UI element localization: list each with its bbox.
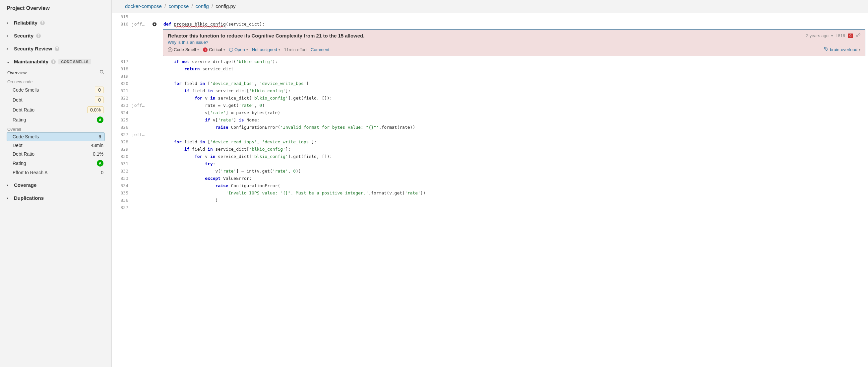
line-author[interactable] — [132, 109, 151, 116]
line-number[interactable]: 824 — [112, 109, 132, 116]
issue-assignee[interactable]: Not assigned ▾ — [252, 47, 280, 52]
metric-code-smells[interactable]: Code Smells6 — [7, 133, 105, 141]
line-author[interactable] — [132, 168, 151, 175]
code-content[interactable]: try: — [160, 160, 868, 168]
code-content[interactable]: except ValueError: — [160, 175, 868, 182]
line-number[interactable]: 828 — [112, 138, 132, 146]
line-author[interactable] — [132, 175, 151, 182]
sidebar-section-security[interactable]: ›Security? — [7, 31, 105, 40]
sidebar-section-reliability[interactable]: ›Reliability? — [7, 18, 105, 28]
line-author[interactable] — [132, 138, 151, 146]
code-content[interactable]: if field in service_dict['blkio_config']… — [160, 146, 868, 153]
line-number[interactable]: 821 — [112, 87, 132, 94]
code-content[interactable]: return service_dict — [160, 65, 868, 73]
line-author[interactable] — [132, 197, 151, 204]
line-author[interactable] — [132, 65, 151, 73]
line-author[interactable] — [132, 190, 151, 197]
overview-row[interactable]: Overview — [7, 68, 105, 77]
line-number[interactable]: 823 — [112, 102, 132, 109]
line-author[interactable] — [132, 73, 151, 80]
line-author[interactable] — [132, 87, 151, 94]
line-issue-icon[interactable] — [151, 21, 158, 28]
code-content[interactable]: for field in ['device_read_iops', 'devic… — [160, 138, 868, 146]
line-author[interactable]: joff… — [132, 21, 151, 28]
sidebar-section-maintainability[interactable]: ⌄Maintainability?CODE SMELLS — [7, 57, 105, 66]
help-icon[interactable]: ? — [55, 47, 59, 51]
code-content[interactable]: if v['rate'] is None: — [160, 116, 868, 124]
sidebar-section-coverage[interactable]: ›Coverage — [7, 180, 105, 190]
metric-debt[interactable]: Debt43min — [7, 141, 105, 150]
issue-status[interactable]: Open ▾ — [229, 47, 248, 52]
code-content[interactable]: if not service_dict.get('blkio_config'): — [160, 58, 868, 65]
metric-debt-ratio[interactable]: Debt Ratio0.0% — [7, 105, 105, 115]
issue-tags[interactable]: brain-overload ▾ — [824, 47, 860, 52]
breadcrumb-link[interactable]: config — [196, 3, 209, 9]
line-number[interactable]: 837 — [112, 204, 132, 211]
line-author[interactable] — [132, 160, 151, 168]
issue-count-badge[interactable]: 9 — [848, 33, 853, 38]
line-author[interactable] — [132, 13, 151, 21]
issue-comment[interactable]: Comment — [311, 47, 329, 52]
metric-code-smells[interactable]: Code Smells0 — [7, 85, 105, 95]
line-author[interactable] — [132, 182, 151, 190]
issue-why-link[interactable]: Why is this an issue? — [168, 40, 860, 45]
line-author[interactable] — [132, 204, 151, 211]
breadcrumb-link[interactable]: docker-compose — [125, 3, 162, 9]
code-area[interactable]: 815816joff…def process_blkio_config(serv… — [112, 13, 868, 367]
line-number[interactable]: 826 — [112, 124, 132, 131]
line-number[interactable]: 817 — [112, 58, 132, 65]
code-content[interactable]: v['rate'] = int(v.get('rate', 0)) — [160, 168, 868, 175]
code-content[interactable]: for v in service_dict['blkio_config'].ge… — [160, 153, 868, 160]
line-number[interactable]: 833 — [112, 175, 132, 182]
sidebar-section-security-review[interactable]: ›Security Review? — [7, 44, 105, 53]
line-number[interactable]: 832 — [112, 168, 132, 175]
line-number[interactable]: 830 — [112, 153, 132, 160]
code-content[interactable]: v['rate'] = parse_bytes(rate) — [160, 109, 868, 116]
line-number[interactable]: 836 — [112, 197, 132, 204]
line-number[interactable]: 822 — [112, 94, 132, 102]
issue-type[interactable]: Code Smell ▾ — [168, 47, 199, 52]
sidebar-section-duplications[interactable]: ›Duplications — [7, 193, 105, 203]
issue-severity[interactable]: ↑ Critical ▾ — [203, 47, 225, 52]
metric-rating[interactable]: RatingA — [7, 115, 105, 125]
metric-effort-to-reach-a[interactable]: Effort to Reach A0 — [7, 168, 105, 177]
line-author[interactable] — [132, 80, 151, 87]
code-content[interactable]: for field in ['device_read_bps', 'device… — [160, 80, 868, 87]
code-content[interactable]: 'Invalid IOPS value: "{}". Must be a pos… — [160, 190, 868, 197]
code-content[interactable]: raise ConfigurationError('Invalid format… — [160, 124, 868, 131]
line-author[interactable] — [132, 116, 151, 124]
line-number[interactable]: 831 — [112, 160, 132, 168]
line-number[interactable]: 827 — [112, 131, 132, 138]
help-icon[interactable]: ? — [51, 59, 56, 64]
line-author[interactable]: joff… — [132, 131, 151, 138]
code-content[interactable]: for v in service_dict['blkio_config'].ge… — [160, 94, 868, 102]
line-number[interactable]: 815 — [112, 13, 132, 21]
code-content[interactable]: ) — [160, 197, 868, 204]
line-number[interactable]: 818 — [112, 65, 132, 73]
line-number[interactable]: 819 — [112, 73, 132, 80]
line-number[interactable]: 834 — [112, 182, 132, 190]
metric-debt-ratio[interactable]: Debt Ratio0.1% — [7, 150, 105, 158]
line-number[interactable]: 829 — [112, 146, 132, 153]
code-content[interactable]: def process_blkio_config(service_dict): — [160, 21, 868, 28]
line-number[interactable]: 816 — [112, 21, 132, 28]
metric-rating[interactable]: RatingA — [7, 158, 105, 168]
code-content[interactable]: if field in service_dict['blkio_config']… — [160, 87, 868, 94]
search-icon[interactable] — [99, 70, 104, 75]
line-author[interactable] — [132, 94, 151, 102]
metric-debt[interactable]: Debt0 — [7, 95, 105, 105]
code-content[interactable]: raise ConfigurationError( — [160, 182, 868, 190]
code-content[interactable]: rate = v.get('rate', 0) — [160, 102, 868, 109]
line-number[interactable]: 825 — [112, 116, 132, 124]
line-author[interactable] — [132, 146, 151, 153]
line-author[interactable] — [132, 124, 151, 131]
breadcrumb-link[interactable]: compose — [168, 3, 189, 9]
line-number[interactable]: 820 — [112, 80, 132, 87]
permalink-icon[interactable] — [856, 33, 860, 38]
line-author[interactable] — [132, 153, 151, 160]
help-icon[interactable]: ? — [40, 21, 45, 25]
line-number[interactable]: 835 — [112, 190, 132, 197]
help-icon[interactable]: ? — [36, 33, 41, 38]
line-author[interactable] — [132, 58, 151, 65]
issue-age[interactable]: 2 years ago — [806, 33, 829, 38]
